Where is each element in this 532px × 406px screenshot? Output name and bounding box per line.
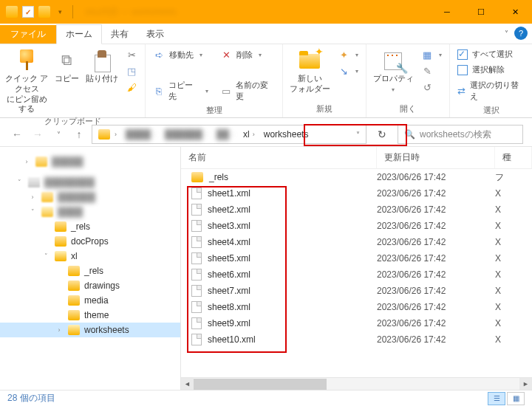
paste-button[interactable]: 貼り付け [84,47,120,84]
minimize-button[interactable]: ─ [430,0,464,24]
details-view-button[interactable]: ☰ [488,392,505,405]
file-type: X [495,302,532,312]
ribbon-collapse-icon[interactable]: ˅ [505,30,508,38]
edit-button[interactable]: ✎ [418,63,445,78]
tree-item-worksheets[interactable]: ›worksheets [0,323,180,337]
copy-button[interactable]: ⧉ コピー [52,47,81,84]
navigation-bar: ← → ˅ ↑ › ████› ██████› ██› xl› workshee… [0,123,532,146]
copy-to-button[interactable]: ⎘コピー先▾ [150,78,211,103]
horizontal-scrollbar[interactable]: ◄ ► [181,377,532,390]
folder-icon [98,129,110,140]
invert-selection-icon: ⇄ [457,86,466,97]
file-date: 2023/06/26 17:42 [377,237,495,247]
breadcrumb-item[interactable]: ██████› [160,125,212,143]
tree-item-xl[interactable]: ˅xl [0,249,180,264]
file-date: 2023/06/26 17:42 [377,221,495,231]
back-button[interactable]: ← [9,126,25,142]
tab-home[interactable]: ホーム [56,24,102,44]
tree-item-theme[interactable]: theme [0,308,180,323]
file-rows: _rels2023/06/26 17:42フsheet1.xml2023/06/… [181,169,532,377]
forward-button[interactable]: → [30,126,46,142]
column-date[interactable]: 更新日時 [377,147,495,168]
navigation-tree[interactable]: ›█████ ˅████████ ›██████ ˅████ _rels doc… [0,147,181,390]
titlebar: ✓ ▾ xlsx内部 — worksheets ─ ☐ ✕ [0,0,532,24]
paste-shortcut-button[interactable]: 🖌 [123,80,140,94]
search-box[interactable]: 🔍 worksheetsの検索 [398,125,523,144]
group-organize: ➪移動先▾ ⎘コピー先▾ ✕削除▾ ▭名前の変更 整理 [146,44,283,117]
cut-button[interactable]: ✂ [123,47,140,62]
column-name[interactable]: 名前 [181,147,377,168]
annotation-highlight [304,124,407,146]
move-to-button[interactable]: ➪移動先▾ [150,47,211,62]
file-icon [191,334,202,345]
tree-item-media[interactable]: media [0,293,180,308]
qat-dropdown-icon[interactable]: ▾ [55,8,65,16]
copy-path-button[interactable]: ◳ [123,63,140,78]
qat-properties-icon[interactable]: ✓ [22,6,34,18]
help-button[interactable]: ? [514,27,528,40]
tree-item-rels[interactable]: _rels [0,219,180,234]
group-label: 開く [371,102,445,116]
properties-button[interactable]: 🔧 プロパティ ▾ [371,47,415,94]
new-folder-button[interactable]: ✦ 新しいフォルダー [287,47,332,94]
pin-to-quick-access-button[interactable]: クイック アクセスにピン留めする [4,47,49,114]
invert-selection-button[interactable]: ⇄選択の切り替え [454,78,528,103]
file-icon [191,301,202,313]
scroll-left-button[interactable]: ◄ [181,378,194,390]
file-type: X [495,188,532,199]
file-date: 2023/06/26 17:42 [377,286,495,296]
history-button[interactable]: ↺ [418,80,445,94]
file-icon [191,285,202,297]
file-date: 2023/06/26 17:42 [377,188,495,199]
tab-share[interactable]: 共有 [102,25,137,44]
group-open: 🔧 プロパティ ▾ ▦▾ ✎ ↺ 開く [366,44,450,117]
breadcrumb-item[interactable]: ██› [212,125,239,143]
ribbon: クイック アクセスにピン留めする ⧉ コピー 貼り付け ✂ ◳ 🖌 クリップボー… [0,44,532,118]
scroll-right-button[interactable]: ► [519,378,532,390]
edit-icon: ✎ [421,65,433,77]
tree-item-xl-rels[interactable]: _rels [0,264,180,278]
address-bar[interactable]: › ████› ██████› ██› xl› worksheets ˅ [92,125,366,144]
group-new: ✦ 新しいフォルダー ✦▾ ↘▾ 新規 [283,44,366,117]
maximize-button[interactable]: ☐ [464,0,498,24]
select-all-button[interactable]: すべて選択 [454,47,528,61]
folder-row[interactable]: _rels2023/06/26 17:42フ [181,169,532,185]
tab-view[interactable]: 表示 [137,25,173,44]
group-clipboard: クイック アクセスにピン留めする ⧉ コピー 貼り付け ✂ ◳ 🖌 クリップボー… [0,44,146,117]
open-icon: ▦ [421,49,433,61]
tree-item[interactable]: ˅████████ [0,175,180,190]
file-list: 名前 更新日時 種 _rels2023/06/26 17:42フsheet1.x… [181,147,532,390]
clipboard-icon [92,49,112,71]
recent-locations-button[interactable]: ˅ [50,126,66,142]
tab-file[interactable]: ファイル [0,25,56,44]
select-none-icon [457,65,468,75]
easy-access-icon: ↘ [338,65,349,77]
easy-access-button[interactable]: ↘▾ [335,63,361,78]
breadcrumb-item[interactable]: ████› [121,125,160,143]
tree-item[interactable]: ˅████ [0,204,180,219]
file-date: 2023/06/26 17:42 [377,269,495,280]
up-button[interactable]: ↑ [71,126,87,142]
rename-button[interactable]: ▭名前の変更 [217,78,278,103]
close-button[interactable]: ✕ [498,0,532,24]
tree-item-docprops[interactable]: docProps [0,234,180,249]
group-label: 選択 [454,103,528,117]
scroll-thumb[interactable] [194,379,327,390]
annotation-highlight [187,186,287,353]
qat-folder-icon[interactable] [38,6,50,18]
breadcrumb-item-xl[interactable]: xl› [239,125,259,143]
select-none-button[interactable]: 選択解除 [454,63,528,77]
open-button[interactable]: ▦▾ [418,47,445,62]
delete-button[interactable]: ✕削除▾ [217,47,278,62]
tree-item[interactable]: ›█████ [0,154,180,169]
icons-view-button[interactable]: ▦ [507,392,525,405]
new-item-button[interactable]: ✦▾ [335,47,361,62]
move-to-icon: ➪ [153,49,165,61]
tree-item[interactable]: ›██████ [0,190,180,204]
breadcrumb-root[interactable]: › [92,125,121,143]
scissors-icon: ✂ [126,49,137,61]
file-date: 2023/06/26 17:42 [377,253,495,264]
tree-item-drawings[interactable]: drawings [0,278,180,293]
window-title: xlsx内部 — worksheets [76,6,430,18]
column-type[interactable]: 種 [495,147,532,168]
